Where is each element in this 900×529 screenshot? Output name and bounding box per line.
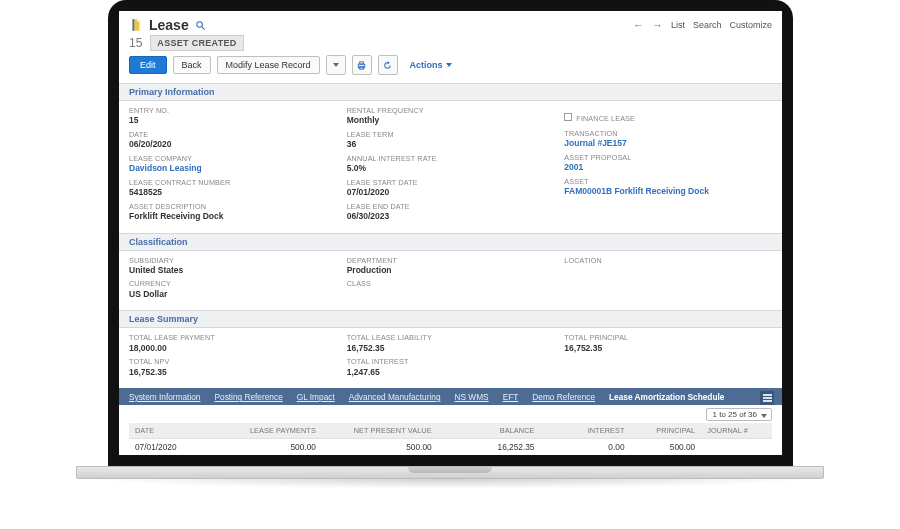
refresh-icon[interactable] [378, 55, 398, 75]
currency-value: US Dollar [129, 289, 337, 300]
lease-term-value: 36 [347, 139, 555, 150]
tab-lease-amortization-schedule[interactable]: Lease Amortization Schedule [609, 392, 724, 402]
search-link[interactable]: Search [693, 20, 722, 30]
nav-next-icon[interactable]: → [652, 19, 663, 31]
tab-strip: System Information Posting Reference GL … [119, 388, 782, 405]
print-icon[interactable] [352, 55, 372, 75]
end-value: 06/30/2023 [347, 211, 555, 222]
cell-pay: 500.00 [219, 439, 322, 455]
actions-menu[interactable]: Actions [410, 60, 452, 70]
lease-term-label: LEASE TERM [347, 131, 555, 139]
rental-freq-value: Monthly [347, 115, 555, 126]
asset-label: ASSET [564, 178, 772, 186]
col-journal[interactable]: JOURNAL # [701, 423, 772, 439]
total-principal-value: 16,752.35 [564, 343, 772, 354]
svg-line-1 [202, 26, 205, 29]
proposal-value[interactable]: 2001 [564, 162, 772, 173]
col-date[interactable]: DATE [129, 423, 219, 439]
lease-company-label: LEASE COMPANY [129, 155, 337, 163]
svg-rect-3 [360, 61, 364, 63]
currency-label: CURRENCY [129, 280, 337, 288]
total-liability-label: TOTAL LEASE LIABILITY [347, 334, 555, 342]
transaction-value[interactable]: Journal #JE157 [564, 138, 772, 149]
table-header-row: DATE LEASE PAYMENTS NET PRESENT VALUE BA… [129, 423, 772, 439]
contract-no-value: 5418525 [129, 187, 337, 198]
nav-prev-icon[interactable]: ← [633, 19, 644, 31]
col-balance[interactable]: BALANCE [438, 423, 541, 439]
total-liability-value: 16,752.35 [347, 343, 555, 354]
entry-no-label: ENTRY NO. [129, 107, 337, 115]
edit-button[interactable]: Edit [129, 56, 167, 74]
tab-posting-reference[interactable]: Posting Reference [214, 392, 282, 402]
tab-ns-wms[interactable]: NS WMS [455, 392, 489, 402]
customize-link[interactable]: Customize [729, 20, 772, 30]
cell-prin: 500.00 [631, 439, 702, 455]
subsidiary-label: SUBSIDIARY [129, 257, 337, 265]
col-lease-payments[interactable]: LEASE PAYMENTS [219, 423, 322, 439]
section-primary-header: Primary Information [119, 83, 782, 101]
dropdown-icon[interactable] [326, 55, 346, 75]
col-npv[interactable]: NET PRESENT VALUE [322, 423, 438, 439]
modify-lease-button[interactable]: Modify Lease Record [217, 56, 320, 74]
start-value: 07/01/2020 [347, 187, 555, 198]
tab-advanced-manufacturing[interactable]: Advanced Manufacturing [349, 392, 441, 402]
asset-value[interactable]: FAM00001B Forklift Receiving Dock [564, 186, 772, 197]
cell-date: 07/01/2020 [129, 439, 219, 455]
modify-lease-label: Modify Lease Record [226, 60, 311, 70]
rental-freq-label: RENTAL FREQUENCY [347, 107, 555, 115]
tabs-menu-icon[interactable] [760, 391, 774, 405]
total-payment-value: 18,000.00 [129, 343, 337, 354]
back-button[interactable]: Back [173, 56, 211, 74]
contract-no-label: LEASE CONTRACT NUMBER [129, 179, 337, 187]
list-link[interactable]: List [671, 20, 685, 30]
department-value: Production [347, 265, 555, 276]
page-icon [129, 18, 143, 32]
search-icon[interactable] [195, 20, 206, 31]
section-classification-header: Classification [119, 233, 782, 251]
total-principal-label: TOTAL PRINCIPAL [564, 334, 772, 342]
pager-select[interactable]: 1 to 25 of 36 [706, 408, 772, 421]
proposal-label: ASSET PROPOSAL [564, 154, 772, 162]
status-badge: ASSET CREATED [150, 35, 243, 51]
actions-label: Actions [410, 60, 443, 70]
tab-system-information[interactable]: System Information [129, 392, 200, 402]
entry-id: 15 [129, 36, 142, 50]
date-label: DATE [129, 131, 337, 139]
total-interest-value: 1,247.65 [347, 367, 555, 378]
subsidiary-value: United States [129, 265, 337, 276]
amortization-table: DATE LEASE PAYMENTS NET PRESENT VALUE BA… [129, 423, 772, 455]
col-principal[interactable]: PRINCIPAL [631, 423, 702, 439]
rate-value: 5.0% [347, 163, 555, 174]
asset-desc-label: ASSET DESCRIPTION [129, 203, 337, 211]
class-label: CLASS [347, 280, 555, 288]
page-title: Lease [149, 17, 189, 33]
cell-bal: 16,252.35 [438, 439, 541, 455]
total-npv-label: TOTAL NPV [129, 358, 337, 366]
topbar-links: ← → List Search Customize [633, 19, 772, 31]
tab-gl-impact[interactable]: GL Impact [297, 392, 335, 402]
entry-no-value: 15 [129, 115, 337, 126]
section-summary-header: Lease Summary [119, 310, 782, 328]
date-value: 06/20/2020 [129, 139, 337, 150]
total-payment-label: TOTAL LEASE PAYMENT [129, 334, 337, 342]
end-label: LEASE END DATE [347, 203, 555, 211]
cell-npv: 500.00 [322, 439, 438, 455]
start-label: LEASE START DATE [347, 179, 555, 187]
rate-label: ANNUAL INTEREST RATE [347, 155, 555, 163]
cell-int: 0.00 [541, 439, 631, 455]
finance-lease-checkbox[interactable] [564, 113, 572, 121]
transaction-label: TRANSACTION [564, 130, 772, 138]
finance-lease-label: FINANCE LEASE [576, 114, 635, 123]
cell-journal [701, 439, 772, 455]
col-interest[interactable]: INTEREST [541, 423, 631, 439]
location-label: LOCATION [564, 257, 772, 265]
pager-label: 1 to 25 of 36 [713, 410, 757, 419]
total-interest-label: TOTAL INTEREST [347, 358, 555, 366]
department-label: DEPARTMENT [347, 257, 555, 265]
table-row[interactable]: 07/01/2020500.00500.0016,252.350.00500.0… [129, 439, 772, 455]
tab-demo-reference[interactable]: Demo Reference [532, 392, 595, 402]
lease-company-value[interactable]: Davidson Leasing [129, 163, 337, 174]
total-npv-value: 16,752.35 [129, 367, 337, 378]
tab-eft[interactable]: EFT [503, 392, 519, 402]
asset-desc-value: Forklift Receiving Dock [129, 211, 337, 222]
